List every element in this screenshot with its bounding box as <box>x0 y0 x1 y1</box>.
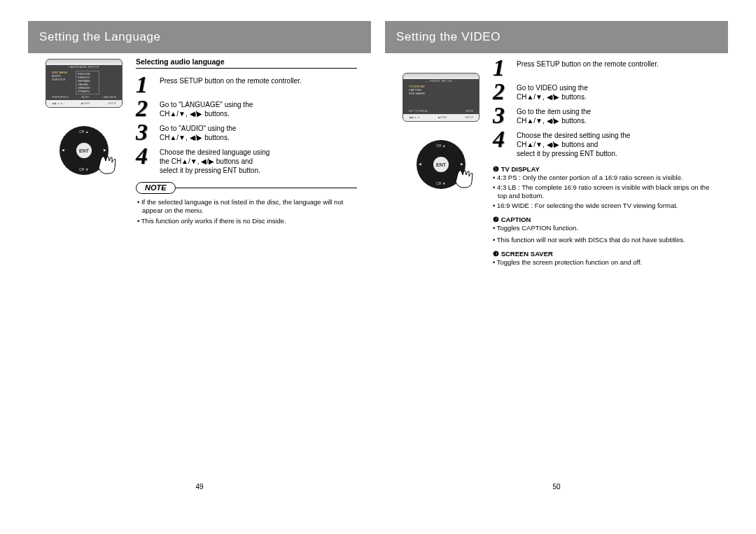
def-caption: ❷ CAPTION <box>493 216 714 224</box>
remote-dpad-left: ENT CH ▲ CH ▼ ◀ ▶ <box>46 120 122 183</box>
def-tv-display: ❶ TV DISPLAY <box>493 165 714 174</box>
note-item: This function only works if there is no … <box>137 217 357 225</box>
page-number-right: 50 <box>385 483 728 491</box>
osd-title: LANGUAGE SETUP <box>46 65 122 69</box>
right-steps: 1 Press SETUP button on the remote contr… <box>493 57 714 268</box>
step-number-2: 2 <box>136 98 153 119</box>
left-content: LANGUAGE SETUP DISC MENU AUDIO SUBTITLE … <box>42 57 357 227</box>
def-item: • This function will not work with DISCs… <box>493 236 714 244</box>
def-item: • Toggles the screen protection function… <box>493 258 714 267</box>
ch-up-label: CH ▲ <box>59 129 108 134</box>
step-4: 4 Choose the desired setting using the C… <box>493 129 714 158</box>
def-item: • 4:3 LB : The complete 16:9 ratio scree… <box>493 183 714 200</box>
step-number-3: 3 <box>493 105 510 126</box>
def-screensaver: ❸ SCREEN SAVER <box>493 250 714 258</box>
note-item: If the selected language is not listed i… <box>137 198 357 215</box>
hand-icon <box>93 148 121 179</box>
ent-button-icon: ENT <box>76 143 92 158</box>
step-number-2: 2 <box>493 81 510 102</box>
def-item: • 16:9 WIDE : For selecting the wide scr… <box>493 202 714 210</box>
tv-screen-video: - - VIDEO SETUP - - TV DISPLAY CAPTION S… <box>402 73 479 122</box>
left-arrow-label: ◀ <box>419 162 421 166</box>
left-arrow-label: ◀ <box>62 148 64 152</box>
page-title-left: Setting the Language <box>39 30 161 44</box>
subheading: Selecting audio language <box>136 57 357 69</box>
osd-menu: DISC MENU AUDIO SUBTITLE <box>52 71 67 81</box>
osd-footer2: ◀ ▶ ▲ ▼▶II ENTSETUP <box>52 102 116 105</box>
step-2-text: Go to VIDEO using the CH▲/▼, ◀/▶ buttons… <box>517 81 714 102</box>
note-divider: NOTE <box>136 182 357 194</box>
page-50: Setting the VIDEO - - VIDEO SETUP - - TV… <box>385 21 728 506</box>
osd-title: - - VIDEO SETUP - - <box>403 79 479 83</box>
step-2-text: Go to "LANGUAGE" using the CH▲/▼, ◀/▶ bu… <box>160 98 357 119</box>
step-4-text: Choose the desired language using the CH… <box>160 146 357 175</box>
page-49: Setting the Language LANGUAGE SETUP DISC… <box>28 21 371 506</box>
step-4-text: Choose the desired setting using the CH▲… <box>517 129 714 158</box>
header-band-right: Setting the VIDEO <box>385 21 728 53</box>
step-2: 2 Go to "LANGUAGE" using the CH▲/▼, ◀/▶ … <box>136 98 357 119</box>
definitions: ❶ TV DISPLAY • 4:3 PS : Only the center … <box>493 165 714 267</box>
remote-dpad-right: ENT CH ▲ CH ▼ ◀ ▶ <box>402 134 479 197</box>
step-number-3: 3 <box>136 122 153 143</box>
step-3: 3 Go to "AUDIO" using the CH▲/▼, ◀/▶ but… <box>136 122 357 143</box>
osd-menu: TV DISPLAY CAPTION SCR SAVER <box>409 85 425 95</box>
left-figures: LANGUAGE SETUP DISC MENU AUDIO SUBTITLE … <box>42 57 126 227</box>
step-3-text: Go to the item using the CH▲/▼, ◀/▶ butt… <box>517 105 714 126</box>
osd-submenu: ENGLISH FRENCH GERMAN ITALIAN SPANISH OT… <box>76 71 99 94</box>
header-band-left: Setting the Language <box>28 21 371 53</box>
def-item: • Toggles CAPTION function. <box>493 224 714 232</box>
ch-up-label: CH ▲ <box>416 143 465 148</box>
step-2: 2 Go to VIDEO using the CH▲/▼, ◀/▶ butto… <box>493 81 714 102</box>
step-number-4: 4 <box>136 146 153 175</box>
notes-list: If the selected language is not listed i… <box>136 198 357 225</box>
step-number-4: 4 <box>493 129 510 158</box>
step-1-text: Press SETUP button on the remote control… <box>160 74 357 95</box>
right-content: - - VIDEO SETUP - - TV DISPLAY CAPTION S… <box>399 57 714 268</box>
note-label: NOTE <box>136 182 176 194</box>
right-figures: - - VIDEO SETUP - - TV DISPLAY CAPTION S… <box>399 57 483 268</box>
step-3-text: Go to "AUDIO" using the CH▲/▼, ◀/▶ butto… <box>160 122 357 143</box>
manual-spread: Setting the Language LANGUAGE SETUP DISC… <box>0 0 756 534</box>
osd-footer: SET TV DISPLAYMODE <box>409 110 473 113</box>
tv-screen-language: LANGUAGE SETUP DISC MENU AUDIO SUBTITLE … <box>46 59 122 108</box>
ent-button-icon: ENT <box>433 157 449 172</box>
step-1: 1 Press SETUP button on the remote contr… <box>136 74 357 95</box>
step-4: 4 Choose the desired language using the … <box>136 146 357 175</box>
osd-footer2: ◀ ▶ ▲ ▼▶II ENTSETUP <box>409 116 473 119</box>
step-number-1: 1 <box>493 57 510 78</box>
step-number-1: 1 <box>136 74 153 95</box>
hand-icon <box>450 162 478 193</box>
page-title-right: Setting the VIDEO <box>396 30 500 44</box>
step-3: 3 Go to the item using the CH▲/▼, ◀/▶ bu… <box>493 105 714 126</box>
osd-footer: PREFERENCEAUDIOLANGUAGE <box>52 96 116 99</box>
step-1-text: Press SETUP button on the remote control… <box>517 57 714 78</box>
left-steps: Selecting audio language 1 Press SETUP b… <box>136 57 357 227</box>
page-number-left: 49 <box>28 483 371 491</box>
step-1: 1 Press SETUP button on the remote contr… <box>493 57 714 78</box>
def-item: • 4:3 PS : Only the center portion of a … <box>493 174 714 182</box>
